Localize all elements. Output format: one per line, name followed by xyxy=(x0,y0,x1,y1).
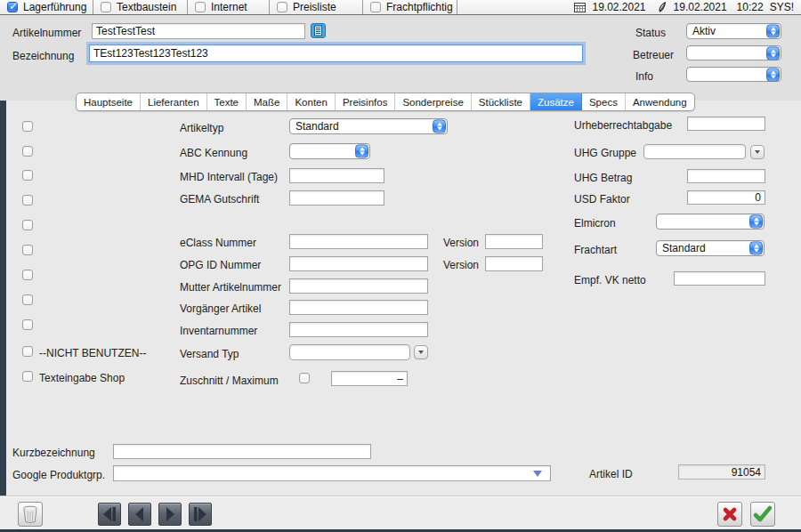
tab-preisinfos[interactable]: Preisinfos xyxy=(336,93,396,110)
artikelnummer-input[interactable] xyxy=(92,23,305,39)
previous-record-icon xyxy=(130,505,150,523)
option-preisliste[interactable]: Preisliste xyxy=(270,0,363,14)
stepper-icon xyxy=(766,46,780,60)
option-internet[interactable]: Internet xyxy=(188,0,270,14)
opg-id-label: OPG ID Nummer xyxy=(180,259,261,271)
abc-kennung-select[interactable] xyxy=(289,143,370,159)
uhg-betrag-input[interactable] xyxy=(687,169,765,183)
artikeltyp-select[interactable]: Standard xyxy=(289,118,448,134)
option-lagerfuehrung[interactable]: Lagerführung xyxy=(0,0,93,14)
row-checkbox-2[interactable] xyxy=(22,146,33,157)
option-textbaustein[interactable]: Textbaustein xyxy=(93,0,188,14)
info-label: Info xyxy=(635,70,653,83)
zuschnitt-input[interactable] xyxy=(331,371,408,386)
vorgaenger-artikel-input[interactable] xyxy=(289,300,428,315)
cancel-x-icon xyxy=(720,504,740,524)
inventarnummer-label: Inventarnummer xyxy=(180,325,257,337)
row-checkbox-5[interactable] xyxy=(22,220,33,230)
uhg-gruppe-input[interactable] xyxy=(643,144,746,159)
tab-sonderpreise[interactable]: Sonderpreise xyxy=(395,93,471,110)
header-form: Artikelnummer Bezeichnung Status Aktiv B… xyxy=(0,15,801,101)
tab-anwendung[interactable]: Anwendung xyxy=(626,93,694,110)
empf-vk-netto-input[interactable] xyxy=(674,271,765,286)
confirm-check-icon xyxy=(752,504,773,524)
delete-record-button[interactable] xyxy=(18,502,43,527)
tab-hauptseite[interactable]: Hauptseite xyxy=(77,93,141,110)
artikeltyp-label: Artikeltyp xyxy=(180,122,223,134)
google-produktgrp-input[interactable] xyxy=(113,465,551,481)
texteingabe-shop-checkbox[interactable] xyxy=(22,371,33,382)
confirm-button[interactable] xyxy=(750,502,775,527)
tab-zusaetze[interactable]: Zusätze xyxy=(530,93,582,110)
tab-bar: Hauptseite Lieferanten Texte Maße Konten… xyxy=(76,93,695,111)
gema-gutschrift-label: GEMA Gutschrift xyxy=(180,193,259,206)
kurzbezeichnung-input[interactable] xyxy=(113,444,371,459)
top-option-bar: Lagerführung Textbaustein Internet Preis… xyxy=(0,0,801,15)
betreuer-select[interactable] xyxy=(686,45,781,60)
artikel-id-label: Artikel ID xyxy=(589,468,633,480)
mhd-intervall-label: MHD Intervall (Tage) xyxy=(180,171,278,183)
row-checkbox-7[interactable] xyxy=(22,270,33,280)
row-checkbox-8[interactable] xyxy=(22,294,33,305)
artikel-id-value xyxy=(678,464,765,480)
mhd-intervall-input[interactable] xyxy=(289,168,384,183)
tab-specs[interactable]: Specs xyxy=(582,93,626,110)
status-select[interactable]: Aktiv xyxy=(686,23,781,39)
elmicron-select[interactable] xyxy=(656,214,765,230)
tab-texte[interactable]: Texte xyxy=(207,93,247,110)
lagerfuehrung-checkbox[interactable] xyxy=(7,2,18,12)
row-checkbox-3[interactable] xyxy=(22,170,33,181)
versand-typ-input[interactable] xyxy=(289,344,410,360)
internet-label: Internet xyxy=(211,1,247,13)
texteingabe-shop-label: Texteingabe Shop xyxy=(39,372,125,384)
google-produktgrp-label: Google Produktgrp. xyxy=(12,469,105,481)
row-checkbox-6[interactable] xyxy=(22,245,33,255)
nicht-benutzen-checkbox[interactable] xyxy=(22,346,33,357)
tab-stueckliste[interactable]: Stückliste xyxy=(472,93,530,110)
inventarnummer-input[interactable] xyxy=(289,322,428,337)
urheberrechtabgabe-input[interactable] xyxy=(687,117,765,131)
tab-masse[interactable]: Maße xyxy=(247,93,287,110)
row-checkbox-9[interactable] xyxy=(22,319,33,330)
preisliste-checkbox[interactable] xyxy=(277,2,287,12)
usd-faktor-input[interactable] xyxy=(687,190,765,205)
tab-konten[interactable]: Konten xyxy=(287,93,335,110)
first-record-button[interactable] xyxy=(98,503,121,526)
opg-id-input[interactable] xyxy=(289,256,428,271)
option-frachtpflichtig[interactable]: Frachtpflichtig xyxy=(363,0,457,14)
stepper-icon xyxy=(355,145,368,158)
stepper-icon xyxy=(433,120,446,133)
row-checkbox-4[interactable] xyxy=(22,195,33,206)
artikeltyp-value: Standard xyxy=(295,120,447,133)
artikelnummer-clipboard-button[interactable] xyxy=(311,23,326,38)
eclass-version-label: Version xyxy=(443,237,479,249)
info-select[interactable] xyxy=(686,67,781,82)
bezeichnung-label: Bezeichnung xyxy=(12,50,74,62)
internet-checkbox[interactable] xyxy=(195,2,206,12)
zuschnitt-checkbox[interactable] xyxy=(299,373,310,383)
last-record-button[interactable] xyxy=(189,503,212,526)
previous-record-button[interactable] xyxy=(128,503,151,526)
row-checkbox-1[interactable] xyxy=(22,121,33,132)
bezeichnung-input[interactable] xyxy=(89,44,583,62)
trash-icon xyxy=(21,504,39,524)
next-record-icon xyxy=(160,505,180,523)
next-record-button[interactable] xyxy=(158,503,182,526)
mutter-artikelnummer-input[interactable] xyxy=(289,278,428,294)
frachtart-select[interactable]: Standard xyxy=(656,240,765,256)
pencil-icon xyxy=(658,2,668,12)
opg-version-input[interactable] xyxy=(485,256,543,271)
uhg-gruppe-dropdown-button[interactable] xyxy=(750,145,765,159)
tab-lieferanten[interactable]: Lieferanten xyxy=(141,93,207,110)
gema-gutschrift-input[interactable] xyxy=(289,190,384,206)
versand-typ-dropdown-button[interactable] xyxy=(414,345,428,359)
textbaustein-checkbox[interactable] xyxy=(101,2,111,12)
eclass-version-input[interactable] xyxy=(485,234,543,249)
cancel-button[interactable] xyxy=(717,502,742,527)
google-produktgrp-dropdown-icon[interactable] xyxy=(533,471,542,477)
stepper-icon xyxy=(749,242,763,255)
eclass-nummer-input[interactable] xyxy=(289,234,428,249)
app-window: Lagerführung Textbaustein Internet Preis… xyxy=(0,0,801,532)
frachtpflichtig-checkbox[interactable] xyxy=(370,2,381,12)
uhg-betrag-label: UHG Betrag xyxy=(574,172,632,184)
